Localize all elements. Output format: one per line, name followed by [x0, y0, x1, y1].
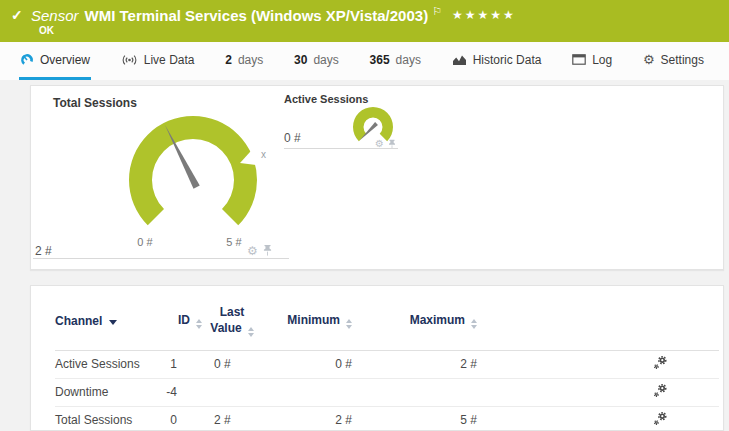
total-sessions-gauge: x — [99, 101, 299, 251]
sensor-title: WMI Terminal Services (Windows XP/Vista/… — [85, 7, 429, 24]
channel-last-value: 2 # — [202, 406, 262, 431]
table-header-row: Channel ID Last Value Minimum Maximum — [55, 286, 719, 350]
object-kind-label: Sensor — [31, 7, 79, 24]
sensor-titleline: SensorWMI Terminal Services (Windows XP/… — [31, 5, 516, 24]
table-row: Downtime -4 — [55, 378, 719, 406]
column-header-last-value[interactable]: Last Value — [202, 286, 262, 350]
active-gauge-divider — [284, 148, 398, 149]
sort-icon — [196, 319, 202, 329]
tab-log-label: Log — [592, 53, 612, 67]
active-sessions-value: 0 # — [284, 131, 301, 145]
channel-id: 1 — [147, 350, 202, 378]
channel-last-value: 0 # — [202, 350, 262, 378]
channels-panel: Channel ID Last Value Minimum Maximum — [30, 285, 724, 431]
channel-settings-gears-icon[interactable] — [653, 359, 668, 373]
gauge-limit-marker-label: x — [261, 149, 266, 160]
tab-historic-data-label: Historic Data — [473, 53, 542, 67]
sort-desc-icon — [109, 320, 117, 325]
tab-overview-label: Overview — [40, 53, 90, 67]
tab-30-days-unit: days — [313, 53, 338, 67]
total-sessions-value: 2 # — [35, 244, 52, 258]
tab-30-days[interactable]: 30 days — [293, 42, 340, 80]
channel-settings-gears-icon[interactable] — [653, 387, 668, 401]
tab-historic-data[interactable]: Historic Data — [451, 42, 543, 80]
table-row: Active Sessions 1 0 # 0 # 2 # — [55, 350, 719, 378]
status-check-icon: ✓ — [11, 7, 23, 23]
gauge-settings-gear-icon[interactable]: ⚙ — [247, 245, 258, 257]
sort-icon — [248, 327, 254, 337]
gauge-icon — [20, 53, 34, 66]
tab-overview[interactable]: Overview — [19, 42, 91, 80]
historic-chart-icon — [452, 54, 467, 66]
log-icon — [572, 54, 586, 65]
sort-icon — [471, 319, 477, 329]
status-badge: OK — [39, 25, 54, 36]
active-gauge-actions: ⚙ — [375, 135, 396, 153]
channel-maximum: 2 # — [392, 350, 517, 378]
sensor-header: ✓ SensorWMI Terminal Services (Windows X… — [0, 0, 729, 42]
channel-id: -4 — [147, 378, 202, 406]
channels-table: Channel ID Last Value Minimum Maximum — [55, 286, 719, 431]
tab-2-days-number: 2 — [225, 53, 232, 67]
total-gauge-divider — [33, 258, 289, 259]
gauge-arc — [129, 116, 257, 225]
channel-id: 0 — [147, 406, 202, 431]
tab-365-days-unit: days — [396, 53, 421, 67]
column-header-actions — [517, 286, 719, 350]
channel-last-value — [202, 378, 262, 406]
tab-2-days-unit: days — [238, 53, 263, 67]
tab-log[interactable]: Log — [571, 42, 613, 80]
live-data-icon — [121, 54, 138, 66]
channel-minimum: 0 # — [262, 350, 392, 378]
gauge-min-label: 0 # — [130, 236, 160, 248]
tab-2-days[interactable]: 2 days — [224, 42, 264, 80]
channel-minimum — [262, 378, 392, 406]
channel-maximum: 5 # — [392, 406, 517, 431]
channel-name: Downtime — [55, 378, 147, 406]
gauge-max-label: 5 # — [219, 236, 249, 248]
channel-settings-gears-icon[interactable] — [653, 415, 668, 429]
column-header-id[interactable]: ID — [147, 286, 202, 350]
sort-icon — [346, 319, 352, 329]
gauge-pin-icon[interactable] — [388, 135, 396, 153]
tab-live-data-label: Live Data — [144, 53, 195, 67]
priority-flag-icon[interactable]: ⚐ — [432, 5, 442, 17]
tab-365-days[interactable]: 365 days — [369, 42, 422, 80]
gauges-panel: Total Sessions x 0 # 5 # 2 # ⚙ Active Se… — [30, 85, 724, 270]
tab-live-data[interactable]: Live Data — [120, 42, 196, 80]
channel-name: Active Sessions — [55, 350, 147, 378]
tab-30-days-number: 30 — [294, 53, 307, 67]
channel-name: Total Sessions — [55, 406, 147, 431]
tab-365-days-number: 365 — [370, 53, 390, 67]
channel-maximum — [392, 378, 517, 406]
priority-stars[interactable]: ★★★★★ — [452, 8, 516, 22]
settings-gear-icon: ⚙ — [643, 53, 655, 66]
table-row: Total Sessions 0 2 # 2 # 5 # — [55, 406, 719, 431]
column-header-maximum[interactable]: Maximum — [392, 286, 517, 350]
tab-bar: Overview Live Data 2 days 30 days 365 da… — [0, 42, 729, 80]
tab-settings[interactable]: ⚙ Settings — [642, 42, 705, 80]
column-header-channel[interactable]: Channel — [55, 286, 147, 350]
tab-settings-label: Settings — [661, 53, 704, 67]
column-header-minimum[interactable]: Minimum — [262, 286, 392, 350]
channel-minimum: 2 # — [262, 406, 392, 431]
